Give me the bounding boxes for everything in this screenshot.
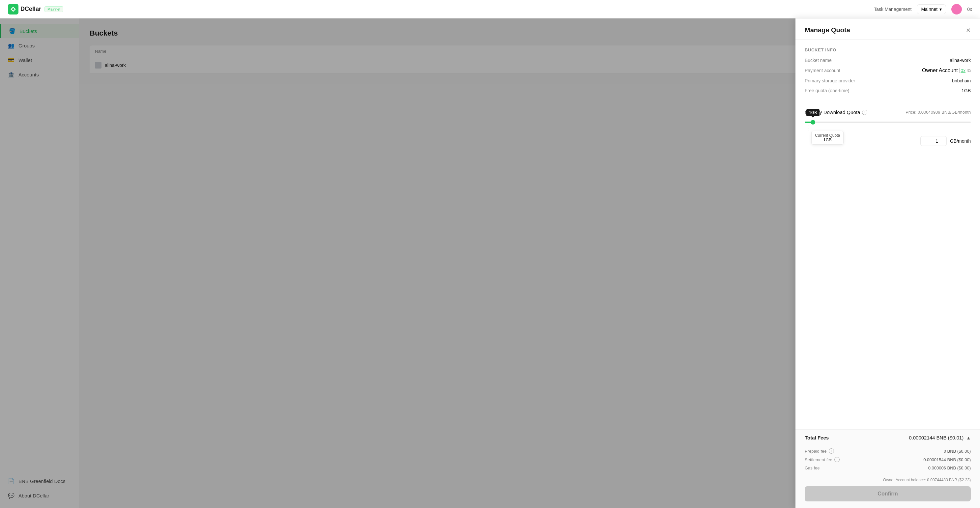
free-quota-label: Free quota (one-time) bbox=[805, 88, 849, 93]
manage-quota-panel: Manage Quota ✕ Bucket Info Bucket name a… bbox=[795, 19, 980, 508]
quota-slider-area: 1GB ⋮ Current Quota 1GB bbox=[805, 122, 971, 131]
payment-account-prefix: Owner Account | bbox=[922, 68, 961, 73]
payment-account-row: Payment account Owner Account | 0x ⧉ bbox=[805, 68, 971, 73]
panel-header: Manage Quota ✕ bbox=[795, 19, 980, 40]
fees-header[interactable]: Total Fees 0.00002144 BNB ($0.01) ▲ bbox=[795, 430, 980, 446]
settlement-fee-label: Settlement fee i bbox=[805, 457, 840, 462]
settlement-fee-row: Settlement fee i 0.00001544 BNB ($0.00) bbox=[805, 457, 971, 462]
logo-text: DCellar bbox=[21, 6, 41, 13]
confirm-button[interactable]: Confirm bbox=[805, 486, 971, 502]
primary-storage-value: bnbchain bbox=[952, 78, 971, 83]
quota-unit: GB/month bbox=[950, 138, 971, 144]
header-right: Task Management Mainnet ▾ 0x bbox=[874, 4, 972, 14]
dots-indicator: ⋮ bbox=[806, 125, 812, 131]
copy-icon[interactable]: ⧉ bbox=[967, 68, 971, 73]
slider-tooltip: 1GB bbox=[807, 109, 819, 116]
quota-info-icon[interactable]: i bbox=[862, 110, 867, 115]
task-management-link[interactable]: Task Management bbox=[874, 6, 912, 12]
gas-fee-label: Gas fee bbox=[805, 465, 820, 470]
quota-price: Price: 0.00040909 BNB/GB/month bbox=[905, 110, 971, 115]
current-quota-tooltip: Current Quota 1GB bbox=[811, 131, 843, 144]
fees-total-value: 0.00002144 BNB ($0.01) bbox=[909, 435, 964, 440]
panel-body: Bucket Info Bucket name alina-work Payme… bbox=[795, 40, 980, 429]
free-quota-value: 1GB bbox=[961, 88, 971, 93]
quota-header: Monthly Download Quota i Price: 0.000409… bbox=[805, 110, 971, 115]
quota-input[interactable] bbox=[920, 136, 947, 146]
close-button[interactable]: ✕ bbox=[966, 27, 971, 34]
logo[interactable]: DCellar bbox=[8, 4, 41, 14]
app-header: DCellar Mainnet Task Management Mainnet … bbox=[0, 0, 980, 19]
slider-thumb[interactable] bbox=[811, 120, 815, 125]
bucket-info-section-title: Bucket Info bbox=[805, 48, 971, 52]
current-quota-label: Current Quota bbox=[815, 133, 840, 138]
free-quota-row: Free quota (one-time) 1GB bbox=[805, 88, 971, 93]
prepaid-fee-value: 0 BNB ($0.00) bbox=[944, 449, 971, 454]
payment-account-link[interactable]: 0x bbox=[961, 68, 966, 73]
primary-storage-label: Primary storage provider bbox=[805, 78, 855, 83]
prepaid-fee-label: Prepaid fee i bbox=[805, 448, 834, 454]
gas-fee-value: 0.000006 BNB ($0.00) bbox=[928, 465, 971, 470]
settlement-info-icon[interactable]: i bbox=[834, 457, 840, 462]
avatar[interactable] bbox=[951, 4, 962, 14]
prepaid-info-icon[interactable]: i bbox=[829, 448, 834, 454]
chevron-up-icon: ▲ bbox=[966, 435, 971, 440]
panel-title: Manage Quota bbox=[805, 26, 850, 34]
balance-note: Owner Account balance: 0.00744483 BNB ($… bbox=[795, 478, 980, 482]
fees-total: 0.00002144 BNB ($0.01) ▲ bbox=[909, 435, 971, 440]
settlement-fee-value: 0.00001544 BNB ($0.00) bbox=[923, 457, 971, 462]
payment-account-label: Payment account bbox=[805, 68, 840, 73]
quota-section: Monthly Download Quota i Price: 0.000409… bbox=[805, 110, 971, 146]
network-selector[interactable]: Mainnet ▾ bbox=[917, 4, 946, 14]
chevron-down-icon: ▾ bbox=[939, 6, 942, 12]
bucket-name-label: Bucket name bbox=[805, 58, 832, 63]
header-left: DCellar Mainnet bbox=[8, 4, 63, 14]
current-quota-value: 1GB bbox=[815, 138, 840, 142]
network-badge: Mainnet bbox=[45, 6, 63, 12]
logo-icon bbox=[8, 4, 19, 14]
prepaid-fee-row: Prepaid fee i 0 BNB ($0.00) bbox=[805, 448, 971, 454]
wallet-address: 0x bbox=[967, 6, 972, 12]
payment-account-value: Owner Account | 0x ⧉ bbox=[922, 68, 971, 73]
fees-detail: Prepaid fee i 0 BNB ($0.00) Settlement f… bbox=[795, 446, 980, 478]
fees-title: Total Fees bbox=[805, 435, 829, 440]
primary-storage-row: Primary storage provider bnbchain bbox=[805, 78, 971, 83]
bucket-name-value: alina-work bbox=[950, 58, 971, 63]
slider-track[interactable] bbox=[805, 122, 971, 123]
bucket-name-row: Bucket name alina-work bbox=[805, 58, 971, 63]
gas-fee-row: Gas fee 0.000006 BNB ($0.00) bbox=[805, 465, 971, 470]
network-selector-label: Mainnet bbox=[921, 6, 937, 12]
fees-section: Total Fees 0.00002144 BNB ($0.01) ▲ Prep… bbox=[795, 429, 980, 508]
